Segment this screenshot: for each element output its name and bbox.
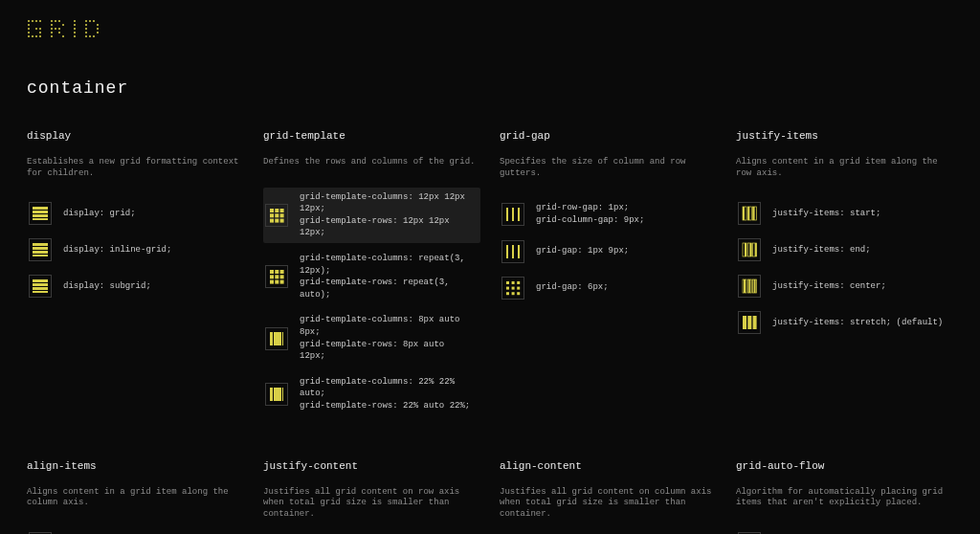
list-item[interactable]: justify-items: center; [736,271,953,301]
svg-point-25 [62,35,64,37]
svg-rect-43 [33,207,48,210]
list-item[interactable]: grid-gap: 1px 9px; [500,236,717,267]
svg-point-0 [28,20,30,22]
svg-point-40 [85,35,87,37]
item-code: display: grid; [63,208,136,220]
ji-stretch-icon [738,311,761,334]
section-title: justify-items [736,130,953,142]
svg-rect-86 [512,281,515,284]
section-title: grid-gap [500,130,717,142]
item-code: grid-gap: 6px; [536,281,609,294]
svg-point-37 [97,28,99,30]
section-desc: Algorithm for automatically placing grid… [736,487,953,509]
item-code: grid-template-columns: 8px auto 8px; gri… [300,314,475,362]
section-title: justify-content [263,460,480,472]
item-code: justify-items: start; [772,208,880,220]
svg-rect-84 [518,245,520,258]
item-code: grid-gap: 1px 9px; [536,245,629,257]
svg-rect-105 [755,243,757,256]
svg-rect-90 [517,286,520,289]
section-title: display [27,130,244,142]
section-title: align-items [27,460,244,472]
list-item[interactable]: grid-template-columns: 8px auto 8px; gri… [263,310,480,366]
grid-uneven-cols-icon [265,327,288,350]
list-item[interactable]: grid-row-gap: 1px; grid-column-gap: 9px; [500,198,717,230]
section-desc: Specifies the size of column and row gut… [500,157,717,179]
svg-rect-61 [270,218,274,222]
svg-point-14 [51,20,53,22]
list-item[interactable]: grid-gap: 6px; [500,273,717,303]
svg-point-36 [85,28,87,30]
svg-point-33 [93,20,95,22]
list-item[interactable]: display: inline-grid; [27,234,244,265]
svg-rect-70 [270,280,274,284]
svg-rect-73 [270,332,273,345]
item-code: justify-items: end; [772,244,871,256]
list-item[interactable]: justify-items: start; [736,198,953,229]
svg-point-42 [93,35,95,37]
svg-rect-78 [282,388,283,401]
list-item[interactable]: grid-template-columns: 12px 12px 12px; g… [263,188,480,243]
item-code: justify-items: stretch; (default) [772,317,943,329]
section-desc: Justifies all grid content on row axis w… [263,487,480,521]
section-desc: Aligns content in a grid item along the … [27,487,244,509]
svg-rect-85 [506,281,509,284]
item-code: grid-template-columns: 12px 12px 12px; g… [300,191,475,239]
svg-point-13 [39,35,41,37]
svg-point-4 [28,24,30,26]
list-item[interactable]: grid-template-columns: repeat(3, 12px); … [263,249,480,304]
svg-point-22 [51,32,53,33]
svg-rect-76 [270,388,273,401]
item-code: justify-items: center; [772,280,886,293]
svg-point-26 [74,20,76,22]
svg-point-41 [89,35,91,37]
svg-point-38 [85,32,87,33]
svg-rect-49 [33,251,48,254]
ji-end-icon [738,238,761,261]
svg-rect-53 [33,287,48,290]
section-title: grid-auto-flow [736,460,953,472]
svg-rect-57 [280,209,284,212]
section-desc: Establishes a new grid formatting contex… [27,157,244,179]
svg-point-8 [28,32,30,33]
svg-rect-80 [512,208,514,221]
svg-rect-44 [33,211,48,213]
svg-rect-63 [280,218,284,222]
svg-rect-54 [33,291,48,293]
svg-point-1 [32,20,33,22]
svg-rect-114 [753,316,757,329]
svg-point-5 [28,28,30,30]
list-item[interactable]: display: grid; [27,198,244,229]
list-item[interactable]: align-items: start; [27,528,244,534]
rows-4-icon [29,238,52,261]
svg-point-11 [32,35,33,37]
gap-col-icon [501,240,524,263]
ji-center-icon [738,275,761,298]
svg-point-29 [74,32,76,33]
svg-point-30 [74,35,76,37]
list-item[interactable]: grid-template-columns: 22% 22% auto; gri… [263,372,480,416]
svg-rect-81 [518,208,520,221]
list-item[interactable]: grid-auto-flow: row; [736,528,953,534]
svg-point-3 [39,20,41,22]
rows-4-icon [29,202,52,225]
svg-rect-92 [512,292,515,295]
list-item[interactable]: justify-items: stretch; (default) [736,307,953,338]
list-item[interactable]: display: subgrid; [27,271,244,301]
list-item[interactable]: justify-items: end; [736,234,953,265]
svg-rect-65 [275,270,278,274]
item-code: grid-row-gap: 1px; grid-column-gap: 9px; [536,202,644,226]
svg-rect-75 [282,332,283,345]
section-grid-template: grid-templateDefines the rows and column… [263,130,480,422]
svg-rect-60 [280,213,284,217]
svg-point-27 [74,24,76,26]
svg-rect-99 [753,207,755,220]
svg-rect-69 [280,276,284,279]
gap-both-icon [501,277,524,300]
section-align-content: align-contentJustifies all grid content … [500,460,717,534]
section-grid-auto-flow: grid-auto-flowAlgorithm for automaticall… [736,460,953,534]
svg-rect-46 [33,218,48,220]
section-title: align-content [500,460,717,472]
svg-point-6 [35,28,37,30]
svg-point-19 [51,28,53,30]
